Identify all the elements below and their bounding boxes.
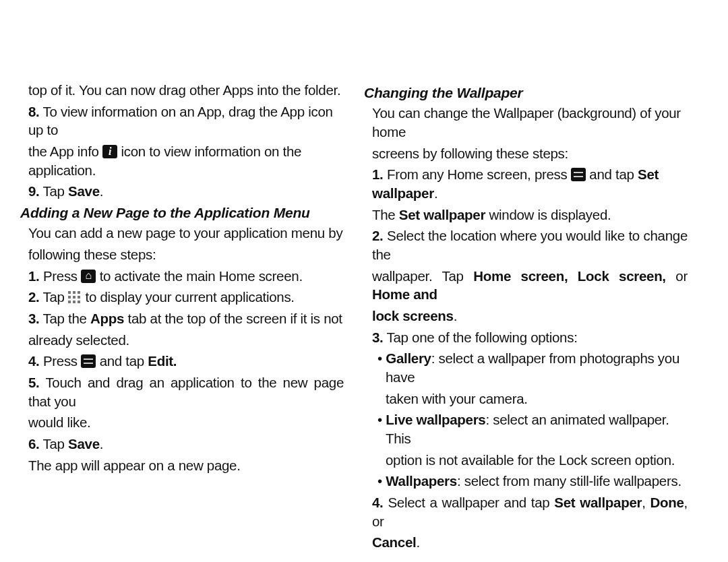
home-icon [81,270,96,283]
wp-step-3: 3. Tap one of the following options: [364,328,688,347]
adding-intro-2: following these steps: [20,245,344,264]
opt-wallpapers: • Wallpapers: select from many still-lif… [377,472,688,491]
opt-gallery: • Gallery: select a wallpaper from photo… [377,349,688,386]
wp-step-4b: Cancel. [364,533,688,552]
manual-page: top of it. You can now drag other Apps i… [0,0,728,562]
add-step-3b: already selected. [20,331,344,350]
opt-gallery-b: taken with your camera. [377,389,688,408]
menu-icon [571,168,586,181]
wp-step-2b: wallpaper. Tap Home screen, Lock screen,… [364,267,688,304]
subhead-adding-page: Adding a New Page to the Application Men… [20,204,344,222]
wp-intro-2: screens by following these steps: [364,144,688,163]
add-step-2: 2. Tap to display your current applicati… [20,288,344,307]
opt-live: • Live wallpapers: select an animated wa… [377,410,688,447]
add-step-6: 6. Tap Save. [20,435,344,454]
right-column: Changing the Wallpaper You can change th… [364,81,688,555]
wp-step-1b: The Set wallpaper window is displayed. [364,206,688,224]
apps-grid-icon [68,291,82,303]
page-footer: Understanding Your Camera 41 [20,555,688,562]
subhead-wallpaper: Changing the Wallpaper [364,84,688,102]
add-step-4: 4. Press and tap Edit. [20,352,344,371]
menu-icon [81,354,96,368]
wp-step-4: 4. Select a wallpaper and tap Set wallpa… [364,493,688,530]
add-step-5: 5. Touch and drag an application to the … [20,373,344,410]
opt-live-b: option is not available for the Lock scr… [377,451,688,470]
wp-step-1: 1. From any Home screen, press and tap S… [364,165,688,202]
step-8: 8. To view information on an App, drag t… [20,102,344,139]
add-step-3: 3. Tap the Apps tab at the top of the sc… [20,309,344,328]
add-step-6b: The app will appear on a new page. [20,456,344,475]
adding-intro-1: You can add a new page to your applicati… [20,224,344,243]
step-8-line2: the App info icon to view information on… [20,142,344,179]
wp-step-2: 2. Select the location where you would l… [364,226,688,263]
left-column: top of it. You can now drag other Apps i… [20,81,344,555]
add-step-1: 1. Press to activate the main Home scree… [20,267,344,286]
wp-step-2c: lock screens. [364,307,688,325]
wp-intro-1: You can change the Wallpaper (background… [364,104,688,141]
step-9: 9. Tap Save. [20,182,344,201]
info-icon [102,145,117,158]
wp-options-list: • Gallery: select a wallpaper from photo… [364,349,688,491]
folder-drag-text: top of it. You can now drag other Apps i… [20,81,344,100]
add-step-5b: would like. [20,413,344,432]
